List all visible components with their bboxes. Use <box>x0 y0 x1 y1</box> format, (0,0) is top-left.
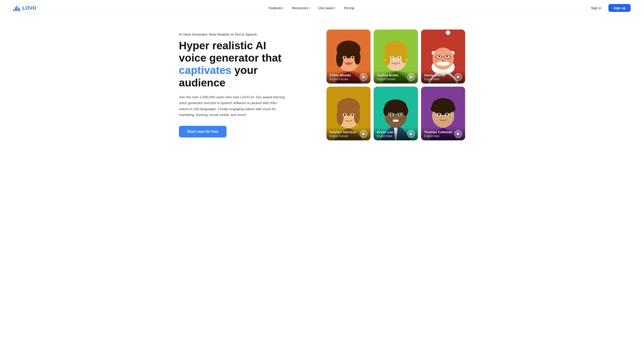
voice-card-thomas-coleman[interactable]: Thomas Coleman English Male <box>421 87 465 141</box>
svg-point-18 <box>401 50 408 63</box>
voice-card-info-sophia: Sophia Butler English Female <box>377 73 399 81</box>
nav-pricing[interactable]: Pricing <box>341 4 357 12</box>
chevron-down-icon: ▾ <box>309 7 310 9</box>
voice-name-santa: Santa Clause <box>424 73 445 77</box>
svg-point-5 <box>336 50 343 67</box>
voice-card-overlay-santa: Santa Clause English Male <box>421 71 465 84</box>
voice-card-info-bryan: Bryan Lee Jr. English Male <box>377 130 398 138</box>
voice-card-overlay-chloe: Chloe Woods English Female <box>326 71 370 84</box>
voice-name-chloe: Chloe Woods <box>330 73 351 77</box>
svg-point-59 <box>384 106 389 115</box>
svg-point-37 <box>448 58 453 62</box>
voice-name-sophia: Sophia Butler <box>377 73 399 77</box>
svg-point-17 <box>384 50 391 65</box>
hero-title-accent: captivates <box>179 64 232 76</box>
voice-card-santa-clause[interactable]: Santa Clause English Male <box>421 30 465 84</box>
hero-description: Join the over 2,000,000 users who love L… <box>179 94 286 118</box>
voice-lang-thomas: English Male <box>424 134 452 138</box>
svg-point-22 <box>398 56 401 59</box>
chevron-down-icon: ▾ <box>335 7 336 9</box>
logo-text: LOVO <box>22 5 36 11</box>
voice-name-katelyn: Katelyn Harrison <box>330 130 356 134</box>
cta-button[interactable]: Start now for free <box>179 126 226 137</box>
play-icon-chloe <box>362 75 365 79</box>
svg-point-23 <box>393 62 399 65</box>
svg-rect-66 <box>393 120 398 122</box>
voice-lang-chloe: English Female <box>330 78 351 81</box>
svg-point-64 <box>399 113 401 115</box>
play-icon-thomas <box>457 132 460 135</box>
svg-point-49 <box>336 106 344 125</box>
signin-button[interactable]: Sign in <box>586 4 606 12</box>
svg-point-80 <box>446 113 448 115</box>
voice-card-overlay-thomas: Thomas Coleman English Male <box>421 127 465 140</box>
play-icon-bryan <box>410 132 412 135</box>
voice-card-katelyn-harrison[interactable]: Katelyn Harrison English Female <box>326 87 370 141</box>
voice-lang-sophia: English Female <box>377 78 399 81</box>
voice-card-info-santa: Santa Clause English Male <box>424 73 445 81</box>
nav-use-cases[interactable]: Use cases ▾ <box>315 4 339 12</box>
nav-actions: Sign in Sign up <box>586 4 630 12</box>
voice-card-sophia-butler[interactable]: Sophia Butler English Female <box>374 30 418 84</box>
svg-point-35 <box>446 56 448 57</box>
hero-subtitle: AI Voice Generator: Most Realistic AI Te… <box>179 33 286 36</box>
svg-point-24 <box>384 59 386 61</box>
voice-lang-bryan: English Male <box>377 134 398 138</box>
play-icon-santa <box>457 75 460 79</box>
voice-card-bryan-lee[interactable]: Bryan Lee Jr. English Male <box>374 87 418 141</box>
svg-point-75 <box>431 105 437 112</box>
hero-title: Hyper realistic AI voice generator that … <box>179 39 286 89</box>
svg-point-38 <box>442 60 444 62</box>
svg-point-36 <box>433 58 439 62</box>
svg-point-31 <box>436 61 450 66</box>
svg-point-54 <box>351 114 354 116</box>
svg-point-11 <box>346 62 352 65</box>
voice-card-overlay-sophia: Sophia Butler English Female <box>374 71 418 84</box>
svg-point-76 <box>449 105 456 112</box>
voice-card-info-katelyn: Katelyn Harrison English Female <box>330 130 356 138</box>
logo[interactable]: LOVO <box>14 5 36 11</box>
logo-icon <box>14 5 20 11</box>
play-button-thomas[interactable] <box>454 130 462 138</box>
nav-resources[interactable]: Resources ▾ <box>289 4 313 12</box>
svg-point-28 <box>446 31 450 35</box>
voice-grid: Chloe Woods English Female <box>326 30 465 140</box>
play-icon-katelyn <box>362 132 365 135</box>
voice-card-chloe-woods[interactable]: Chloe Woods English Female <box>326 30 370 84</box>
svg-point-62 <box>391 113 393 115</box>
svg-point-78 <box>438 113 440 115</box>
svg-point-73 <box>439 100 447 108</box>
voice-lang-santa: English Male <box>424 78 445 81</box>
voice-card-overlay-bryan: Bryan Lee Jr. English Male <box>374 127 418 140</box>
hero-content: AI Voice Generator: Most Realistic AI Te… <box>179 33 286 137</box>
hero-section: AI Voice Generator: Most Realistic AI Te… <box>166 16 478 158</box>
voice-lang-katelyn: English Female <box>330 134 356 138</box>
svg-point-33 <box>438 56 440 57</box>
voice-name-thomas: Thomas Coleman <box>424 130 452 134</box>
play-button-chloe[interactable] <box>360 73 368 81</box>
hero-title-part1: Hyper realistic AI voice generator that <box>179 40 282 64</box>
play-button-santa[interactable] <box>454 73 462 81</box>
svg-point-8 <box>344 56 346 59</box>
play-button-sophia[interactable] <box>407 73 415 81</box>
signup-button[interactable]: Sign up <box>608 4 630 12</box>
svg-point-6 <box>354 51 360 65</box>
voice-name-bryan: Bryan Lee Jr. <box>377 130 398 134</box>
voice-card-overlay-katelyn: Katelyn Harrison English Female <box>326 127 370 140</box>
svg-point-10 <box>351 56 354 59</box>
voice-card-info-thomas: Thomas Coleman English Male <box>424 130 452 138</box>
play-icon-sophia <box>410 75 412 79</box>
svg-point-52 <box>344 114 346 116</box>
main-nav: LOVO Features ▾ Resources ▾ Use cases ▾ … <box>0 0 644 16</box>
play-button-katelyn[interactable] <box>360 130 368 138</box>
chevron-down-icon: ▾ <box>283 7 284 9</box>
svg-point-50 <box>354 107 360 124</box>
svg-point-25 <box>406 59 407 61</box>
voice-card-info-chloe: Chloe Woods English Female <box>330 73 351 81</box>
nav-links: Features ▾ Resources ▾ Use cases ▾ Prici… <box>266 4 357 12</box>
play-button-bryan[interactable] <box>407 130 415 138</box>
svg-point-60 <box>403 106 408 115</box>
nav-features[interactable]: Features ▾ <box>266 4 287 12</box>
svg-point-20 <box>391 56 393 59</box>
